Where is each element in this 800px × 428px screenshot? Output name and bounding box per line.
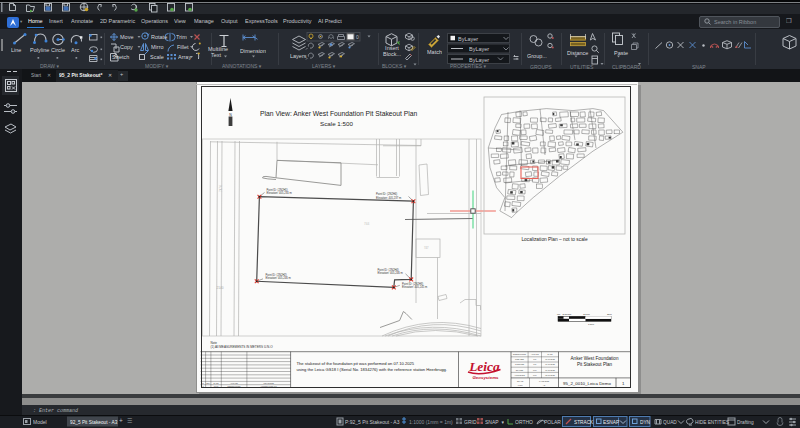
svg-text:12,5m: 12,5m bbox=[583, 313, 590, 316]
svg-text:Elevation: 405,230 m: Elevation: 405,230 m bbox=[267, 191, 293, 195]
svg-text:Point ID: (2N2H1): Point ID: (2N2H1) bbox=[267, 188, 288, 192]
svg-text:0m: 0m bbox=[557, 313, 560, 316]
svg-text:08.10.2025: 08.10.2025 bbox=[545, 374, 554, 376]
svg-text:07.10.2025: 07.10.2025 bbox=[545, 363, 554, 365]
svg-text:1:500: 1:500 bbox=[588, 323, 595, 326]
svg-text:Point ID: (2N2H4): Point ID: (2N2H4) bbox=[378, 268, 399, 272]
svg-text:747: 747 bbox=[424, 246, 429, 250]
svg-text:N: N bbox=[229, 113, 232, 117]
svg-text:Elevation: 405,245 m: Elevation: 405,245 m bbox=[402, 285, 428, 289]
svg-text:using the Leica GS18 I (Serial: using the Leica GS18 I (Serial No. 18342… bbox=[297, 367, 448, 372]
svg-text:1:500: 1:500 bbox=[518, 384, 523, 386]
svg-text:(1) All MEASUREMENTS IN METERS: (1) All MEASUREMENTS IN METERS U.N.O bbox=[211, 345, 274, 349]
svg-text:Elevation: 405,246 m: Elevation: 405,246 m bbox=[266, 276, 292, 280]
svg-text:AUTHOR: AUTHOR bbox=[230, 382, 239, 384]
svg-text:N: N bbox=[202, 382, 204, 384]
svg-text:DATE: DATE bbox=[548, 353, 554, 355]
svg-text:CHECKED: CHECKED bbox=[515, 363, 525, 365]
svg-text:DESCRIPTION: DESCRIPTION bbox=[228, 385, 242, 387]
svg-text:95_2_0010_Leica Demo: 95_2_0010_Leica Demo bbox=[563, 381, 611, 386]
svg-text:Anker West Foundation: Anker West Foundation bbox=[571, 356, 619, 361]
svg-text:TW: TW bbox=[533, 363, 536, 365]
svg-text:Pit Stakeout Plan: Pit Stakeout Plan bbox=[577, 362, 613, 367]
svg-text:Point ID: (2N2H3): Point ID: (2N2H3) bbox=[402, 282, 423, 286]
svg-text:Elevation: 405,237 m: Elevation: 405,237 m bbox=[376, 196, 402, 200]
svg-text:1: 1 bbox=[622, 381, 625, 386]
svg-text:Localization Plan – not to sca: Localization Plan – not to scale bbox=[521, 237, 587, 242]
svg-text:2140: 2140 bbox=[217, 286, 224, 290]
svg-text:DATE: DATE bbox=[214, 382, 220, 384]
svg-text:1: 1 bbox=[202, 385, 203, 387]
svg-text:FOUNDATION PIT: FOUNDATION PIT bbox=[261, 385, 278, 387]
svg-text:07.10.2025: 07.10.2025 bbox=[545, 369, 554, 371]
svg-text:CREATED: CREATED bbox=[515, 358, 525, 360]
svg-text:AUTHOR: AUTHOR bbox=[531, 353, 540, 355]
svg-text:Geosystems: Geosystems bbox=[472, 375, 499, 380]
svg-text:STAKED: STAKED bbox=[516, 369, 524, 371]
svg-text:25m: 25m bbox=[607, 313, 612, 316]
svg-text:06.10.2025: 06.10.2025 bbox=[545, 358, 554, 360]
svg-text:REVISIONS: REVISIONS bbox=[264, 382, 275, 384]
svg-text:SCALE: SCALE bbox=[517, 380, 524, 382]
svg-text:A3: A3 bbox=[543, 384, 545, 386]
svg-text:REV: REV bbox=[206, 382, 211, 384]
svg-text:5m: 5m bbox=[568, 313, 571, 316]
svg-text:MW: MW bbox=[533, 374, 537, 376]
svg-text:7474: 7474 bbox=[219, 185, 223, 192]
svg-text:PAGE SIZE: PAGE SIZE bbox=[539, 380, 550, 382]
svg-text:Point ID: (2N2H4): Point ID: (2N2H4) bbox=[376, 192, 397, 196]
svg-text:The stakeout of the foundation: The stakeout of the foundation pit was p… bbox=[297, 361, 415, 366]
svg-text:744: 744 bbox=[364, 222, 370, 226]
svg-text:0: 0 bbox=[356, 34, 359, 40]
svg-text:APPROVED: APPROVED bbox=[514, 374, 525, 376]
svg-text:07.10: 07.10 bbox=[214, 385, 219, 387]
svg-text:Elevation: 405,246 m: Elevation: 405,246 m bbox=[378, 271, 404, 275]
svg-text:Point ID: (2N2H2): Point ID: (2N2H2) bbox=[266, 273, 287, 277]
svg-text:TW: TW bbox=[533, 358, 536, 360]
svg-text:DESCRIPTION: DESCRIPTION bbox=[513, 353, 527, 355]
svg-text:MW: MW bbox=[533, 369, 537, 371]
